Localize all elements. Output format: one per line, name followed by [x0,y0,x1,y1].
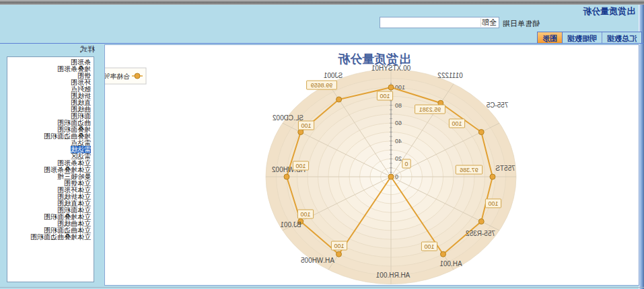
svg-text:99.8659: 99.8659 [311,82,333,89]
svg-text:100: 100 [452,120,462,127]
svg-text:AH.001: AH.001 [439,260,462,267]
chart-panel: 02040608010000.XTSYH01SJ001SL.CD002HB.WH… [104,44,639,286]
sale-date-label: 销售单日期 [503,19,540,29]
svg-text:0111222: 0111222 [437,72,463,79]
svg-text:合格率%: 合格率% [105,73,130,80]
svg-text:100: 100 [295,163,306,169]
window-top-edge [0,0,644,5]
svg-text:20: 20 [395,155,402,162]
svg-text:60: 60 [395,120,402,126]
svg-text:BJ.001: BJ.001 [280,221,301,229]
tab-bar: 汇总数据明细数据图形 [537,32,642,44]
svg-text:95.2381: 95.2381 [419,106,441,113]
tab-0[interactable]: 汇总数据 [602,32,641,43]
svg-text:0: 0 [404,161,408,167]
svg-text:755TS: 755TS [495,165,515,172]
svg-text:100: 100 [380,93,390,99]
svg-text:755-R352: 755-R352 [466,230,495,237]
input-divider [480,18,481,27]
svg-text:100: 100 [424,243,434,250]
app-window: 出货质量分析 销售单日期 全部 汇总数据明细数据图形 0204060801000… [0,0,644,289]
svg-text:AH.WH005: AH.WH005 [301,257,334,264]
svg-text:出货质量分析: 出货质量分析 [338,52,410,66]
sale-date-value: 全部 [482,17,497,28]
svg-text:40: 40 [395,138,402,144]
tab-2[interactable]: 图形 [538,32,563,43]
list-item[interactable]: 立体堆叠曲边面积图 [9,234,92,241]
tab-1[interactable]: 明细数据 [563,32,602,43]
chart-style-listbox[interactable]: 条形图堆叠条形图饼图环形图散列点折线图直线图曲线图面积图曲边面积图堆叠面积图堆叠… [7,56,94,282]
svg-text:97.386: 97.386 [460,167,478,173]
bottom-divider [0,287,644,288]
svg-text:0: 0 [395,173,398,180]
page-title: 出货质量分析 [583,5,635,17]
svg-text:100: 100 [488,200,498,207]
window-side-edge [639,5,644,289]
sale-date-input[interactable]: 全部 [380,17,499,28]
style-list-header: 样式 [80,44,95,54]
svg-text:100: 100 [334,243,344,249]
svg-text:AH.RH.001: AH.RH.001 [375,272,410,279]
svg-text:100: 100 [300,211,310,218]
svg-text:SJ001: SJ001 [323,72,343,79]
svg-text:755-C5: 755-C5 [486,101,508,109]
svg-text:80: 80 [395,102,402,109]
svg-text:SL.CD002: SL.CD002 [272,114,303,122]
tabs-baseline [0,43,644,44]
radar-chart: 02040608010000.XTSYH01SJ001SL.CD002HB.WH… [105,45,639,285]
svg-text:100: 100 [301,122,311,129]
